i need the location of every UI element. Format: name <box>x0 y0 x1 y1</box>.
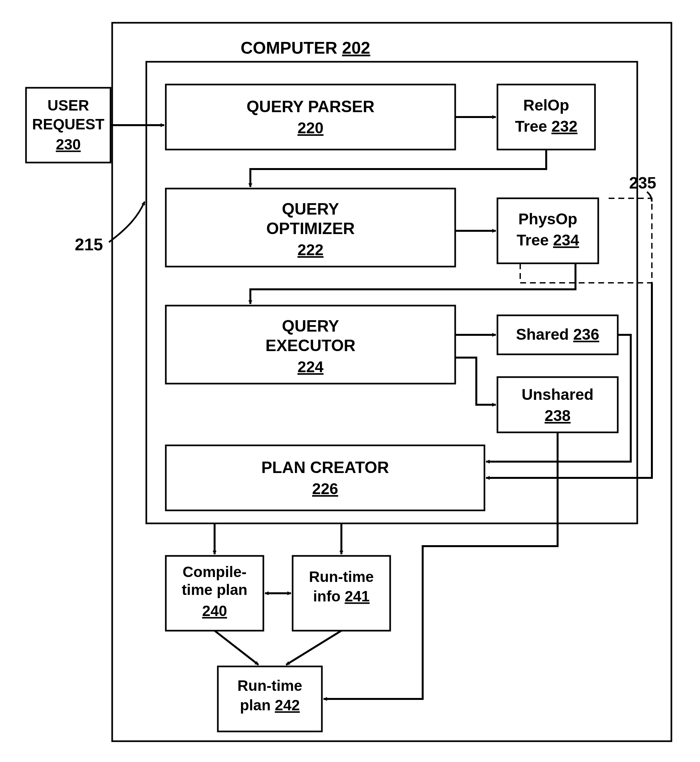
physop-tree-box: PhysOp Tree 234 <box>497 198 598 263</box>
diagram-canvas: COMPUTER 202 USER REQUEST 230 215 QUERY … <box>0 0 700 762</box>
svg-rect-7 <box>497 84 595 150</box>
svg-text:OPTIMIZER: OPTIMIZER <box>266 219 355 237</box>
svg-text:plan 242: plan 242 <box>240 696 300 714</box>
svg-text:QUERY: QUERY <box>282 200 339 218</box>
svg-text:230: 230 <box>56 136 81 153</box>
query-optimizer-box: QUERY OPTIMIZER 222 <box>166 189 455 267</box>
svg-text:QUERY PARSER: QUERY PARSER <box>247 98 375 116</box>
svg-text:PhysOp: PhysOp <box>518 210 577 228</box>
query-parser-box: QUERY PARSER 220 <box>166 84 455 150</box>
svg-text:Run-time: Run-time <box>309 568 373 585</box>
svg-text:240: 240 <box>202 603 227 619</box>
svg-text:224: 224 <box>297 358 323 375</box>
computer-label: COMPUTER 202 <box>241 38 370 57</box>
run-time-plan-box: Run-time plan 242 <box>218 667 322 731</box>
shared-box: Shared 236 <box>497 315 618 354</box>
svg-text:Tree 234: Tree 234 <box>517 231 579 249</box>
svg-rect-26 <box>166 445 484 511</box>
svg-text:Compile-: Compile- <box>183 564 247 580</box>
ref-235: 235 <box>629 174 656 192</box>
svg-text:EXECUTOR: EXECUTOR <box>266 336 356 354</box>
svg-text:222: 222 <box>297 241 323 258</box>
svg-text:USER: USER <box>47 97 89 114</box>
svg-text:Unshared: Unshared <box>522 386 593 403</box>
unshared-box: Unshared 238 <box>497 377 618 433</box>
run-time-info-box: Run-time info 241 <box>293 556 390 631</box>
svg-rect-4 <box>166 84 455 150</box>
svg-text:REQUEST: REQUEST <box>32 116 105 133</box>
svg-text:Run-time: Run-time <box>238 677 302 694</box>
svg-text:Tree 232: Tree 232 <box>515 118 577 135</box>
svg-text:info 241: info 241 <box>313 588 370 605</box>
svg-text:PLAN CREATOR: PLAN CREATOR <box>261 458 389 476</box>
plan-creator-box: PLAN CREATOR 226 <box>166 445 484 511</box>
svg-text:Shared 236: Shared 236 <box>516 326 599 343</box>
svg-text:time plan: time plan <box>182 581 247 598</box>
svg-text:RelOp: RelOp <box>523 97 569 114</box>
relop-tree-box: RelOp Tree 232 <box>497 84 595 150</box>
query-executor-box: QUERY EXECUTOR 224 <box>166 306 455 384</box>
svg-text:QUERY: QUERY <box>282 317 339 335</box>
compile-time-plan-box: Compile- time plan 240 <box>166 556 263 631</box>
svg-text:238: 238 <box>545 407 570 424</box>
svg-text:226: 226 <box>312 480 338 497</box>
ref-215: 215 <box>75 235 103 254</box>
user-request-box: USER REQUEST 230 <box>26 88 111 162</box>
svg-rect-14 <box>497 198 598 263</box>
svg-text:220: 220 <box>297 119 323 137</box>
